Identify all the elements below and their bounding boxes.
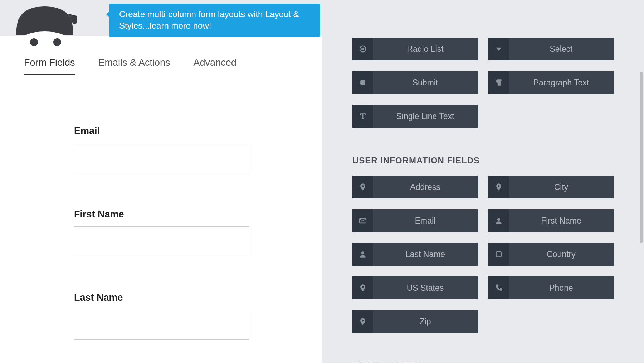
field-type-address[interactable]: Address <box>352 176 478 198</box>
tabs: Form Fields Emails & Actions Advanced <box>24 57 298 75</box>
field-button-label: City <box>509 182 614 192</box>
envelope-icon <box>352 209 373 232</box>
field-type-paragraph-text[interactable]: Paragraph Text <box>488 71 614 94</box>
field-button-label: Last Name <box>373 250 478 259</box>
field-type-radio-list[interactable]: Radio List <box>352 38 478 60</box>
form-field-first-name[interactable]: First Name <box>74 209 298 256</box>
field-button-label: Single Line Text <box>373 112 478 121</box>
field-type-phone[interactable]: Phone <box>488 276 614 299</box>
ninja-logo <box>13 6 77 55</box>
field-button-label: Paragraph Text <box>509 78 614 88</box>
scrollbar[interactable] <box>640 72 643 243</box>
field-type-single-line-text[interactable]: Single Line Text <box>352 105 478 128</box>
email-input[interactable] <box>74 143 249 173</box>
user-icon <box>352 243 373 266</box>
field-button-label: Email <box>373 216 478 226</box>
tab-emails-actions[interactable]: Emails & Actions <box>98 57 170 75</box>
svg-point-0 <box>19 31 70 53</box>
form-field-email[interactable]: Email <box>74 126 298 173</box>
promo-tooltip[interactable]: Create multi-column form layouts with La… <box>109 4 320 37</box>
form-field-last-name[interactable]: Last Name <box>74 292 298 340</box>
field-type-first-name[interactable]: First Name <box>488 209 614 232</box>
field-palette-panel: Radio ListSelectSubmitParagraph TextSing… <box>322 36 644 363</box>
field-label: Email <box>74 126 298 137</box>
user-icon <box>488 209 509 232</box>
svg-point-4 <box>361 48 364 50</box>
square-solid-icon <box>352 71 373 94</box>
svg-rect-5 <box>360 80 365 85</box>
pin-icon <box>352 310 373 333</box>
tab-form-fields[interactable]: Form Fields <box>24 57 75 75</box>
field-button-label: First Name <box>509 216 614 226</box>
promo-tooltip-text: Create multi-column form layouts with La… <box>119 9 299 30</box>
field-label: Last Name <box>74 292 298 303</box>
text-icon <box>352 105 373 128</box>
field-type-select[interactable]: Select <box>488 38 614 60</box>
field-type-us-states[interactable]: US States <box>352 276 478 299</box>
svg-rect-9 <box>496 252 501 257</box>
svg-point-2 <box>53 38 61 46</box>
field-type-city[interactable]: City <box>488 176 614 198</box>
first-name-input[interactable] <box>74 226 249 256</box>
phone-icon <box>488 276 509 299</box>
field-type-zip[interactable]: Zip <box>352 310 478 333</box>
field-button-label: US States <box>373 283 478 293</box>
field-type-country[interactable]: Country <box>488 243 614 266</box>
field-type-last-name[interactable]: Last Name <box>352 243 478 266</box>
pin-icon <box>352 176 373 198</box>
field-button-label: Country <box>509 250 614 259</box>
radio-icon <box>352 38 373 60</box>
svg-point-1 <box>30 38 38 46</box>
pin-icon <box>488 176 509 198</box>
paragraph-icon <box>488 71 509 94</box>
tab-advanced[interactable]: Advanced <box>194 57 236 75</box>
chevron-down-icon <box>488 38 509 60</box>
field-type-submit[interactable]: Submit <box>352 71 478 94</box>
field-button-label: Submit <box>373 78 478 88</box>
svg-point-8 <box>361 252 364 254</box>
user-info-section-title: USER INFORMATION FIELDS <box>352 156 614 166</box>
field-button-label: Select <box>509 44 614 54</box>
field-button-label: Zip <box>373 317 478 327</box>
field-button-label: Radio List <box>373 44 478 54</box>
svg-point-7 <box>497 218 500 221</box>
form-preview-panel: Form Fields Emails & Actions Advanced Em… <box>0 36 322 363</box>
field-label: First Name <box>74 209 298 220</box>
square-outline-icon <box>488 243 509 266</box>
pin-icon <box>352 276 373 299</box>
field-button-label: Phone <box>509 283 614 293</box>
field-type-email[interactable]: Email <box>352 209 478 232</box>
field-button-label: Address <box>373 182 478 192</box>
layout-section-title: LAYOUT FIELDS <box>352 361 614 363</box>
last-name-input[interactable] <box>74 310 249 340</box>
